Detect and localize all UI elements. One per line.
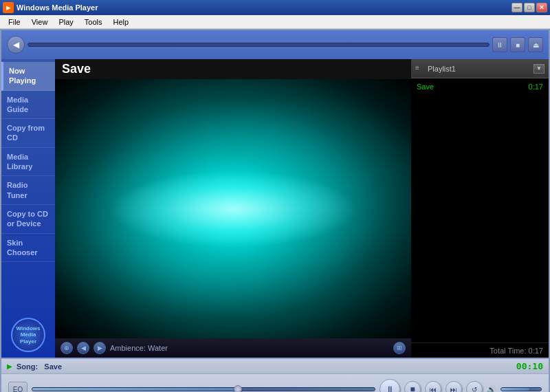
nav-icon-pause[interactable]: ⏸ — [492, 37, 507, 52]
windows-media-player-logo: Windows Media Player — [1, 312, 55, 358]
nav-icon-eject[interactable]: ⏏ — [528, 37, 543, 52]
maximize-button[interactable]: □ — [524, 3, 535, 12]
title-bar: ▶ Windows Media Player — □ ✕ — [0, 0, 550, 15]
nav-progress-bar[interactable] — [28, 43, 490, 47]
seek-bar-track[interactable] — [32, 387, 375, 391]
nav-area: ◀ ⏸ ■ ⏏ — [1, 30, 549, 59]
play-indicator-icon: ▶ — [7, 362, 12, 370]
wmp-logo-text: Windows Media Player — [12, 325, 44, 345]
sidebar-item-now-playing[interactable]: Now Playing — [1, 62, 55, 91]
menu-file[interactable]: File — [3, 17, 26, 28]
content-area: Now Playing Media Guide Copy from CD Med… — [1, 59, 549, 358]
playlist-item-time: 0:17 — [529, 83, 543, 91]
zoom-in-icon[interactable]: ⊞ — [393, 342, 406, 354]
prev-button[interactable]: ⏮ — [425, 381, 441, 392]
repeat-button[interactable]: ↺ — [466, 381, 483, 392]
app-icon: ▶ — [3, 2, 14, 13]
seek-bar-thumb[interactable] — [234, 385, 242, 392]
main-window: ◀ ⏸ ■ ⏏ Now Playing Media Guide Copy fro… — [0, 29, 550, 392]
total-time-value: 0:17 — [529, 347, 543, 355]
sidebar-item-skin-chooser[interactable]: Skin Chooser — [1, 234, 55, 263]
playlist-item-name: Save — [417, 83, 434, 91]
viz-glow — [109, 170, 358, 248]
volume-bar-track[interactable] — [500, 387, 542, 391]
video-title: Save — [62, 62, 404, 76]
video-bottom-bar: ⊕ ◀ ▶ Ambience: Water ⊞ — [55, 338, 411, 358]
playlist-item[interactable]: Save 0:17 — [411, 81, 549, 92]
eq-button[interactable]: EQ — [8, 382, 28, 392]
controls-row: EQ ⏸ ■ ⏮ ⏭ ↺ 🔊 — [1, 374, 549, 392]
zoom-out-icon[interactable]: ⊕ — [60, 342, 73, 354]
sidebar-item-media-guide[interactable]: Media Guide — [1, 91, 55, 120]
menu-help[interactable]: Help — [107, 17, 134, 28]
seek-bar-fill — [32, 388, 238, 391]
video-visualization — [55, 79, 411, 338]
menu-view[interactable]: View — [26, 17, 54, 28]
seek-bar-container — [32, 387, 375, 391]
time-display: 00:10 — [516, 361, 543, 371]
menu-tools[interactable]: Tools — [79, 17, 108, 28]
vbb-left: ⊕ ◀ ▶ Ambience: Water — [60, 342, 168, 354]
sidebar-item-copy-from-cd[interactable]: Copy from CD — [1, 119, 55, 148]
now-playing-bar: ▶ Song: Save 00:10 — [1, 359, 549, 374]
menu-play[interactable]: Play — [53, 17, 78, 28]
minimize-button[interactable]: — — [512, 3, 522, 12]
playlist-area: ≡ Playlist1 ▼ Save 0:17 Total Time: 0:17 — [411, 59, 549, 358]
mute-icon[interactable]: 🔊 — [487, 385, 496, 393]
sidebar: Now Playing Media Guide Copy from CD Med… — [1, 59, 55, 358]
nav-icon-stop[interactable]: ■ — [510, 37, 525, 52]
prev-vis-icon[interactable]: ◀ — [77, 342, 89, 354]
stop-button[interactable]: ■ — [404, 381, 421, 392]
nav-icons: ⏸ ■ ⏏ — [492, 37, 543, 52]
playlist-dropdown-button[interactable]: ▼ — [534, 64, 544, 74]
video-area — [55, 79, 411, 338]
playlist-icon: ≡ — [415, 64, 425, 74]
video-header: Save — [55, 59, 411, 79]
menu-bar: File View Play Tools Help — [0, 15, 550, 29]
sidebar-item-media-library[interactable]: Media Library — [1, 148, 55, 177]
title-bar-text: Windows Media Player — [16, 3, 512, 12]
close-button[interactable]: ✕ — [536, 3, 547, 12]
pause-button[interactable]: ⏸ — [380, 379, 400, 392]
visualization-name: Ambience: Water — [110, 344, 168, 352]
next-vis-icon[interactable]: ▶ — [94, 342, 106, 354]
playlist-header: ≡ Playlist1 ▼ — [411, 59, 549, 78]
title-bar-buttons: — □ ✕ — [512, 3, 547, 12]
sidebar-item-copy-to-cd[interactable]: Copy to CD or Device — [1, 205, 55, 234]
next-button[interactable]: ⏭ — [446, 381, 462, 392]
sidebar-item-radio-tuner[interactable]: Radio Tuner — [1, 176, 55, 205]
bottom-area: ▶ Song: Save 00:10 EQ ⏸ ■ ⏮ ⏭ ↺ 🔊 — [1, 358, 549, 392]
now-playing-label: Song: Save — [16, 362, 62, 371]
playlist-title: Playlist1 — [428, 65, 534, 73]
nav-back-button[interactable]: ◀ — [7, 36, 25, 54]
main-content: Save ⊕ ◀ ▶ Ambience: Water ⊞ — [55, 59, 411, 358]
volume-bar-fill — [501, 388, 529, 391]
total-time-label: Total Time: — [490, 347, 526, 355]
playlist-items: Save 0:17 — [411, 78, 549, 342]
total-time-bar: Total Time: 0:17 — [411, 342, 549, 358]
wmp-logo-circle: Windows Media Player — [11, 318, 45, 352]
